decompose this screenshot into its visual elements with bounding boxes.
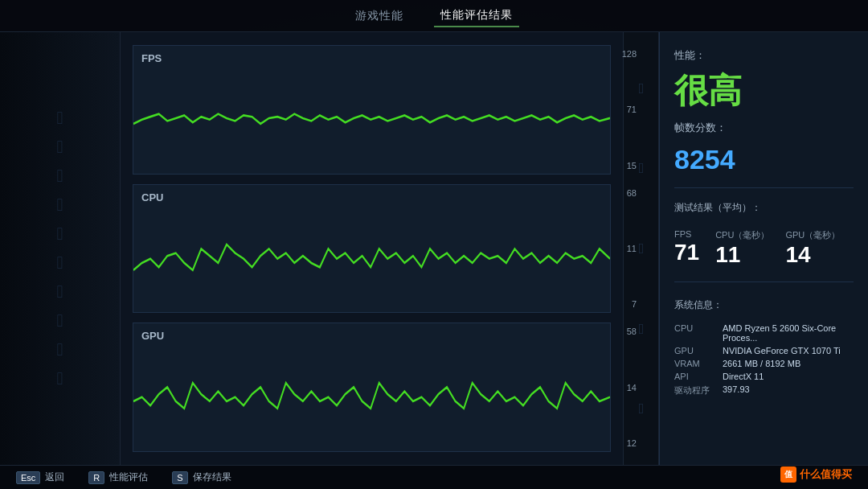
key-r: R: [88, 471, 104, 484]
action-save[interactable]: S 保存结果: [172, 471, 231, 484]
metric-cpu-title: CPU（毫秒）: [715, 229, 769, 241]
fps-chart-values: 128 71 15: [610, 46, 638, 174]
action-back[interactable]: Esc 返回: [16, 471, 64, 484]
metric-gpu-value: 14: [785, 241, 840, 269]
metric-cpu-value: 11: [715, 241, 769, 269]
frame-score: 8254: [674, 145, 854, 175]
sysinfo-value-1: NVIDIA GeForce GTX 1070 Ti: [723, 344, 854, 357]
top-nav: 游戏性能 性能评估结果: [0, 0, 868, 32]
gpu-chart-svg: [133, 323, 610, 451]
cpu-chart-label: CPU: [141, 191, 163, 203]
action-perf-label: 性能评估: [109, 471, 148, 484]
left-decoration: 𓂀 𓃒 𓆣 𓇋 𓈖 𓉐 𓊪 𓋴 𓌻 𓍯: [0, 32, 121, 465]
sysinfo-key-1: GPU: [674, 344, 723, 357]
sysinfo-table: CPUAMD Ryzen 5 2600 Six-Core Proces...GP…: [674, 322, 854, 398]
fps-chart-inner: FPS: [133, 46, 610, 174]
hiero-2: 𓃒: [56, 137, 63, 158]
hiero-9: 𓌻: [56, 339, 63, 360]
metric-gpu: GPU（毫秒） 14: [785, 229, 840, 269]
cpu-max: 68: [612, 188, 637, 198]
watermark-icon: 值: [780, 466, 796, 483]
cpu-min: 7: [612, 299, 637, 309]
sysinfo-row-3: APIDirectX 11: [674, 370, 854, 383]
cpu-chart-container: CPU 68 11 7: [133, 184, 611, 314]
sysinfo-key-2: VRAM: [674, 357, 723, 370]
sysinfo-row-1: GPUNVIDIA GeForce GTX 1070 Ti: [674, 344, 854, 357]
watermark: 值 什么值得买: [780, 466, 852, 483]
perf-rating: 很高: [674, 74, 854, 108]
sysinfo-key-4: 驱动程序: [674, 383, 723, 398]
metric-fps: FPS 71: [674, 229, 699, 269]
cpu-chart-svg: [133, 185, 610, 313]
fps-chart-label: FPS: [141, 52, 162, 64]
sysinfo-value-4: 397.93: [723, 383, 854, 398]
cpu-chart-values: 68 11 7: [610, 185, 638, 313]
gpu-max: 58: [612, 327, 637, 336]
sysinfo-value-3: DirectX 11: [723, 370, 854, 383]
metric-gpu-title: GPU（毫秒）: [785, 229, 840, 241]
hiero-8: 𓋴: [56, 310, 63, 331]
perf-label: 性能：: [674, 48, 854, 63]
gpu-chart-label: GPU: [141, 330, 164, 342]
cpu-chart-inner: CPU: [133, 185, 610, 313]
gpu-min: 12: [612, 438, 637, 448]
metric-cpu: CPU（毫秒） 11: [715, 229, 769, 269]
frame-score-label: 帧数分数：: [674, 121, 854, 135]
metrics-row: FPS 71 CPU（毫秒） 11 GPU（毫秒） 14: [674, 229, 854, 269]
sysinfo-key-3: API: [674, 370, 723, 383]
fps-chart-container: FPS 128 71 15: [133, 45, 611, 175]
gpu-chart-container: GPU 58 14 12: [133, 323, 611, 452]
sysinfo-row-2: VRAM2661 MB / 8192 MB: [674, 357, 854, 370]
hiero-7: 𓊪: [56, 281, 63, 302]
sysinfo-label: 系统信息：: [674, 298, 854, 312]
action-perf-eval[interactable]: R 性能评估: [88, 471, 148, 484]
results-label: 测试结果（平均）：: [674, 201, 854, 215]
metric-fps-title: FPS: [674, 229, 699, 239]
key-s: S: [172, 471, 187, 484]
cpu-mid: 11: [612, 244, 637, 253]
key-esc: Esc: [16, 471, 40, 484]
watermark-text: 什么值得买: [800, 467, 852, 482]
sysinfo-value-0: AMD Ryzen 5 2600 Six-Core Proces...: [723, 322, 854, 344]
fps-min: 15: [612, 161, 637, 171]
sysinfo-row-4: 驱动程序397.93: [674, 383, 854, 398]
gpu-chart-values: 58 14 12: [610, 323, 638, 451]
hiero-4: 𓇋: [56, 195, 63, 216]
fps-max: 128: [612, 49, 637, 59]
charts-area: FPS 128 71 15 CPU: [121, 32, 623, 465]
action-back-label: 返回: [45, 471, 64, 484]
tab-game-performance[interactable]: 游戏性能: [349, 6, 410, 27]
tab-performance-results[interactable]: 性能评估结果: [434, 5, 519, 27]
hiero-3: 𓆣: [56, 166, 63, 187]
divider-1: [674, 187, 854, 188]
action-save-label: 保存结果: [193, 471, 231, 484]
main-content: 𓂀 𓃒 𓆣 𓇋 𓈖 𓉐 𓊪 𓋴 𓌻 𓍯 FPS: [0, 32, 868, 465]
sysinfo-key-0: CPU: [674, 322, 723, 344]
right-panel: 性能： 很高 帧数分数： 8254 测试结果（平均）： FPS 71 CPU（毫…: [659, 32, 868, 465]
hiero-5: 𓈖: [56, 224, 63, 244]
fps-mid: 71: [612, 105, 637, 114]
metric-fps-value: 71: [674, 239, 699, 266]
gpu-mid: 14: [612, 383, 637, 392]
gpu-chart-inner: GPU: [133, 323, 610, 451]
sysinfo-value-2: 2661 MB / 8192 MB: [723, 357, 854, 370]
hiero-1: 𓂀: [56, 108, 63, 129]
hiero-6: 𓉐: [56, 253, 63, 273]
divider-2: [674, 281, 854, 282]
hiero-10: 𓍯: [56, 368, 63, 389]
sysinfo-row-0: CPUAMD Ryzen 5 2600 Six-Core Proces...: [674, 322, 854, 344]
bottom-bar: Esc 返回 R 性能评估 S 保存结果: [0, 465, 868, 489]
fps-chart-svg: [133, 46, 610, 174]
